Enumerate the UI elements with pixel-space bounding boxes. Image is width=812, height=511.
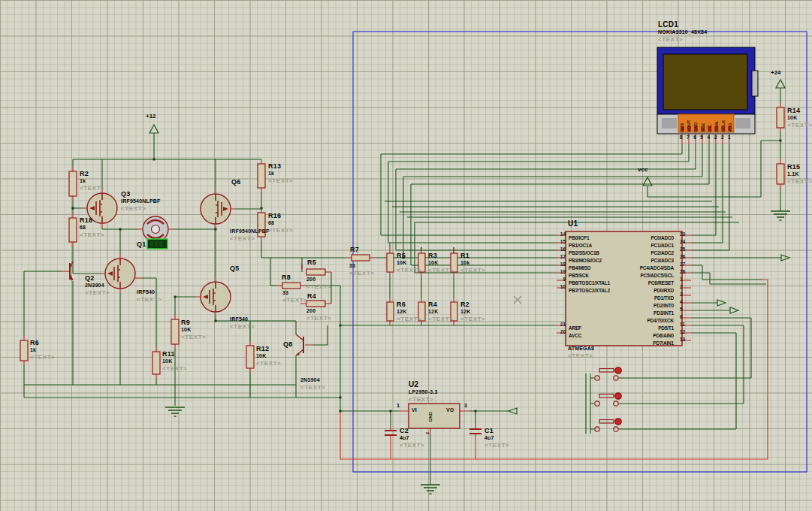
mosfet-Q6[interactable] [201,194,231,224]
resistor-R8-value: 33<TEXT> [282,289,307,304]
resistor-R5-200-ref[interactable]: R5 [307,259,316,266]
capacitor-C2[interactable] [385,431,397,435]
lcd-pin-name: VOUT [686,113,693,132]
push-button-3[interactable] [595,419,621,431]
lcd-pin-number: 4 [705,135,712,140]
lcd-pin-number: 6 [691,135,698,140]
resistor-R6-12K [387,302,394,321]
resistor-R7 [352,255,370,261]
motor-Q1-label[interactable]: Q1 [137,240,146,248]
lcd-pin-name: SDIN [714,113,720,132]
resistor-R7-value: 33<TEXT> [349,262,374,277]
reg-pin-vi: VI [412,407,417,413]
resistor-R12 [246,346,254,368]
resistor-R4-200-ref[interactable]: R4 [307,292,316,300]
lcd-pin-name: D/C [707,113,714,132]
lcd-pin-number: 3 [712,135,719,140]
terminal-plus24 [776,80,785,88]
resistor-R5-10K [387,253,394,272]
resistor-R15 [777,164,784,184]
mcu-U1-ref[interactable]: U1 [568,220,578,228]
mcu-pin-row: PC4/ADC4/SDA 27 [566,262,677,270]
push-button-2[interactable] [595,393,621,406]
resistor-R3-label[interactable]: R310K<TEXT> [428,252,453,274]
mcu-pin-row: PC1/ADC1 24 [566,240,677,247]
resistor-R4-200 [306,301,325,307]
resistor-R13 [258,164,265,188]
resistor-R11-label[interactable]: R1110K<TEXT> [162,350,187,373]
reg-num-vi: 1 [397,403,400,408]
push-button-1[interactable] [595,367,621,380]
mosfet-Q3-label[interactable]: Q3IRF9540NLPBF<TEXT> [121,190,161,213]
mcu-pin-row: PC2/ADC2 25 [566,247,677,255]
regulator-U2-label[interactable]: U2LP2950-3.3<TEXT> [409,381,438,404]
resistor-R2-label[interactable]: R21k<TEXT> [80,170,104,192]
mosfet-IRF540-left-label[interactable]: IRF540<TEXT> [137,289,161,304]
schematic-canvas: +12 +24 vcc R21k<TEXT> R1868<TEXT> R131k… [0,0,812,511]
mcu-pin-row: PC5/ADC5/SCL 28 [566,270,677,277]
capacitor-C2-label[interactable]: C24u7<TEXT> [400,427,424,449]
bjt-Q8[interactable] [296,334,303,355]
resistor-R8-ref[interactable]: R8 [282,274,291,281]
resistor-R15-label[interactable]: R151.1K<TEXT> [787,163,812,186]
mcu-pin-row: PC0/ADC0 23 [566,232,677,240]
resistor-R18-label[interactable]: R1868<TEXT> [80,216,104,239]
bjt-Q2[interactable] [70,262,74,280]
mosfet-Q5-ref[interactable]: Q5 [230,265,239,272]
lcd-label[interactable]: LCD1NOKIA3310_48X84<TEXT> [658,21,707,44]
bjt-Q8-ref[interactable]: Q8 [283,340,292,348]
resistor-R6-left [20,340,28,361]
mcu-U1-part: ATMEGA8<TEXT> [568,345,594,360]
lcd-pin-number: 7 [684,135,691,140]
resistor-R7-ref[interactable]: R7 [350,246,359,253]
capacitor-C1-label[interactable]: C14u7<TEXT> [484,427,509,449]
resistor-R2-12K-label[interactable]: R212K<TEXT> [460,301,485,323]
mcu-pin-row: PC6/RESET 1 [566,277,677,285]
resistor-R12-label[interactable]: R1210K<TEXT> [256,345,281,367]
mosfet-Q6-part: IRF9540NLPBF<TEXT> [230,228,270,243]
mcu-pin-row: PD7/AIN1 13 [566,337,677,345]
resistor-R9 [171,319,179,344]
mcu-pin-row: PD3/INT1 5 [566,307,677,315]
resistor-R14-label[interactable]: R1410K<TEXT> [787,107,812,129]
resistor-R4-200-value: 200<TEXT> [306,307,331,322]
mcu-pin-row: PD2/INT0 4 [566,300,677,307]
x-marker [514,296,521,304]
resistor-R16-label[interactable]: R1668<TEXT> [268,212,293,234]
resistor-R11 [152,352,160,374]
lcd-pin-name: SCE [700,113,707,132]
lcd-pin-number: 2 [719,135,726,140]
lcd-pin-name: VDD [727,113,734,132]
mosfet-Q6-ref[interactable]: Q6 [231,178,240,186]
resistor-R5-200 [306,269,325,275]
label-plus24: +24 [771,69,781,76]
label-vcc: vcc [638,166,647,173]
mosfet-Q5[interactable] [201,282,231,312]
resistor-R6-left-label[interactable]: R61k<TEXT> [30,339,55,361]
resistor-R5-10K-label[interactable]: R510K<TEXT> [397,252,421,274]
resistor-R18 [69,218,77,242]
bjt-Q2-label[interactable]: Q22N3904<TEXT> [85,274,110,297]
mcu-pin-row: PD5/T1 11 [566,322,677,330]
resistor-R6-12K-label[interactable]: R612K<TEXT> [397,301,421,323]
resistor-R1-label[interactable]: R110k<TEXT> [460,252,485,274]
mcu-pin-row: PC3/ADC3 26 [566,255,677,262]
reg-num-vo: 3 [464,403,467,408]
lcd-pin-number: 8 [678,135,684,140]
mcu-pin-row: PD1/TXD 3 [566,292,677,300]
resistor-R14 [777,107,784,128]
mcu-pin-row: PD4/T0/XCK 6 [566,315,677,322]
lcd-pin-numbers: 87654321 [678,135,735,140]
resistor-R4-12K-label[interactable]: R412K<TEXT> [428,301,453,323]
lcd-pin-name: RES [679,113,686,132]
capacitor-C1[interactable] [469,429,481,434]
bjt-Q8-part: 2N3904<TEXT> [300,376,325,392]
lcd-pin-number: 1 [726,135,732,140]
mcu-pin-row: PD0/RXD 2 [566,285,677,292]
mosfet-Q5-part: IRF540<TEXT> [230,316,255,331]
lcd-pin-names: RESVOUTGNDSCED/CSDINSCLKVDD [679,113,735,132]
motor-Q1[interactable] [143,216,168,249]
resistor-R13-label[interactable]: R131k<TEXT> [268,162,293,185]
resistor-R9-label[interactable]: R910K<TEXT> [181,319,206,341]
resistor-R8 [282,283,300,289]
